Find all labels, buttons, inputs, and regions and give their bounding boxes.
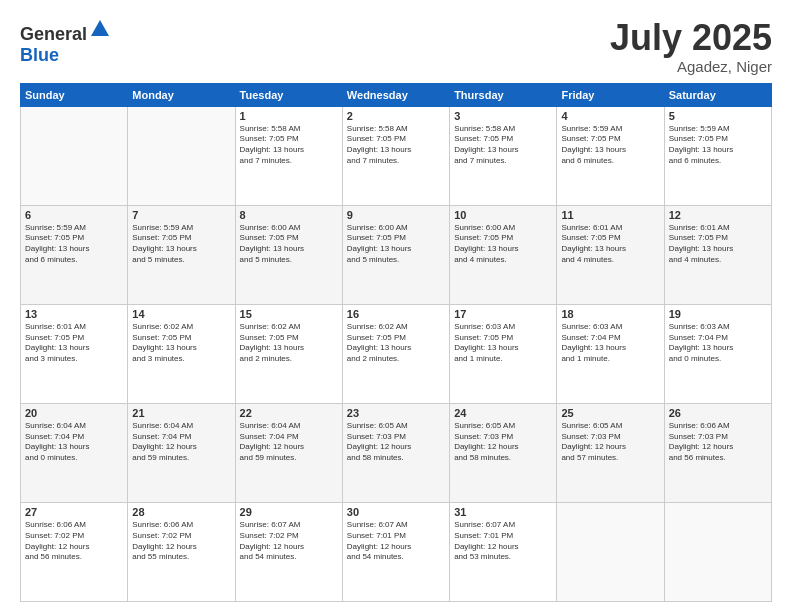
table-row: 2Sunrise: 5:58 AM Sunset: 7:05 PM Daylig… [342, 106, 449, 205]
cell-text: Sunrise: 6:04 AM Sunset: 7:04 PM Dayligh… [132, 421, 230, 464]
table-row: 26Sunrise: 6:06 AM Sunset: 7:03 PM Dayli… [664, 403, 771, 502]
cell-text: Sunrise: 6:01 AM Sunset: 7:05 PM Dayligh… [669, 223, 767, 266]
col-sunday: Sunday [21, 83, 128, 106]
table-row: 4Sunrise: 5:59 AM Sunset: 7:05 PM Daylig… [557, 106, 664, 205]
page: General Blue July 2025 Agadez, Niger Sun… [0, 0, 792, 612]
table-row [557, 502, 664, 601]
table-row: 30Sunrise: 6:07 AM Sunset: 7:01 PM Dayli… [342, 502, 449, 601]
day-number: 24 [454, 407, 552, 419]
cell-text: Sunrise: 6:01 AM Sunset: 7:05 PM Dayligh… [561, 223, 659, 266]
cell-text: Sunrise: 6:00 AM Sunset: 7:05 PM Dayligh… [347, 223, 445, 266]
calendar-week-row: 13Sunrise: 6:01 AM Sunset: 7:05 PM Dayli… [21, 304, 772, 403]
table-row: 20Sunrise: 6:04 AM Sunset: 7:04 PM Dayli… [21, 403, 128, 502]
table-row: 28Sunrise: 6:06 AM Sunset: 7:02 PM Dayli… [128, 502, 235, 601]
day-number: 15 [240, 308, 338, 320]
cell-text: Sunrise: 6:06 AM Sunset: 7:02 PM Dayligh… [132, 520, 230, 563]
table-row: 7Sunrise: 5:59 AM Sunset: 7:05 PM Daylig… [128, 205, 235, 304]
cell-text: Sunrise: 6:03 AM Sunset: 7:04 PM Dayligh… [561, 322, 659, 365]
table-row [664, 502, 771, 601]
cell-text: Sunrise: 5:59 AM Sunset: 7:05 PM Dayligh… [132, 223, 230, 266]
day-number: 2 [347, 110, 445, 122]
calendar-week-row: 6Sunrise: 5:59 AM Sunset: 7:05 PM Daylig… [21, 205, 772, 304]
day-number: 20 [25, 407, 123, 419]
table-row: 18Sunrise: 6:03 AM Sunset: 7:04 PM Dayli… [557, 304, 664, 403]
day-number: 7 [132, 209, 230, 221]
table-row: 29Sunrise: 6:07 AM Sunset: 7:02 PM Dayli… [235, 502, 342, 601]
day-number: 25 [561, 407, 659, 419]
day-number: 5 [669, 110, 767, 122]
day-number: 6 [25, 209, 123, 221]
table-row: 13Sunrise: 6:01 AM Sunset: 7:05 PM Dayli… [21, 304, 128, 403]
table-row: 5Sunrise: 5:59 AM Sunset: 7:05 PM Daylig… [664, 106, 771, 205]
logo-icon [89, 18, 111, 40]
day-number: 3 [454, 110, 552, 122]
day-number: 9 [347, 209, 445, 221]
svg-marker-0 [91, 20, 109, 36]
cell-text: Sunrise: 5:59 AM Sunset: 7:05 PM Dayligh… [669, 124, 767, 167]
cell-text: Sunrise: 6:07 AM Sunset: 7:01 PM Dayligh… [454, 520, 552, 563]
col-friday: Friday [557, 83, 664, 106]
day-number: 12 [669, 209, 767, 221]
cell-text: Sunrise: 6:02 AM Sunset: 7:05 PM Dayligh… [132, 322, 230, 365]
table-row [128, 106, 235, 205]
table-row: 25Sunrise: 6:05 AM Sunset: 7:03 PM Dayli… [557, 403, 664, 502]
col-saturday: Saturday [664, 83, 771, 106]
cell-text: Sunrise: 6:02 AM Sunset: 7:05 PM Dayligh… [347, 322, 445, 365]
table-row: 14Sunrise: 6:02 AM Sunset: 7:05 PM Dayli… [128, 304, 235, 403]
table-row: 21Sunrise: 6:04 AM Sunset: 7:04 PM Dayli… [128, 403, 235, 502]
day-number: 26 [669, 407, 767, 419]
day-number: 11 [561, 209, 659, 221]
day-number: 30 [347, 506, 445, 518]
table-row: 16Sunrise: 6:02 AM Sunset: 7:05 PM Dayli… [342, 304, 449, 403]
cell-text: Sunrise: 6:04 AM Sunset: 7:04 PM Dayligh… [240, 421, 338, 464]
day-number: 28 [132, 506, 230, 518]
title-block: July 2025 Agadez, Niger [610, 18, 772, 75]
day-number: 31 [454, 506, 552, 518]
day-number: 18 [561, 308, 659, 320]
cell-text: Sunrise: 6:06 AM Sunset: 7:02 PM Dayligh… [25, 520, 123, 563]
cell-text: Sunrise: 5:58 AM Sunset: 7:05 PM Dayligh… [240, 124, 338, 167]
calendar-week-row: 27Sunrise: 6:06 AM Sunset: 7:02 PM Dayli… [21, 502, 772, 601]
table-row: 12Sunrise: 6:01 AM Sunset: 7:05 PM Dayli… [664, 205, 771, 304]
table-row: 17Sunrise: 6:03 AM Sunset: 7:05 PM Dayli… [450, 304, 557, 403]
day-number: 21 [132, 407, 230, 419]
day-number: 16 [347, 308, 445, 320]
table-row: 8Sunrise: 6:00 AM Sunset: 7:05 PM Daylig… [235, 205, 342, 304]
calendar-table: Sunday Monday Tuesday Wednesday Thursday… [20, 83, 772, 602]
table-row: 3Sunrise: 5:58 AM Sunset: 7:05 PM Daylig… [450, 106, 557, 205]
day-number: 17 [454, 308, 552, 320]
cell-text: Sunrise: 6:00 AM Sunset: 7:05 PM Dayligh… [240, 223, 338, 266]
cell-text: Sunrise: 6:03 AM Sunset: 7:04 PM Dayligh… [669, 322, 767, 365]
col-wednesday: Wednesday [342, 83, 449, 106]
table-row: 24Sunrise: 6:05 AM Sunset: 7:03 PM Dayli… [450, 403, 557, 502]
calendar-week-row: 1Sunrise: 5:58 AM Sunset: 7:05 PM Daylig… [21, 106, 772, 205]
cell-text: Sunrise: 6:05 AM Sunset: 7:03 PM Dayligh… [347, 421, 445, 464]
table-row [21, 106, 128, 205]
table-row: 27Sunrise: 6:06 AM Sunset: 7:02 PM Dayli… [21, 502, 128, 601]
day-number: 27 [25, 506, 123, 518]
cell-text: Sunrise: 6:00 AM Sunset: 7:05 PM Dayligh… [454, 223, 552, 266]
col-thursday: Thursday [450, 83, 557, 106]
calendar-header-row: Sunday Monday Tuesday Wednesday Thursday… [21, 83, 772, 106]
cell-text: Sunrise: 6:02 AM Sunset: 7:05 PM Dayligh… [240, 322, 338, 365]
logo-blue: Blue [20, 45, 59, 65]
day-number: 29 [240, 506, 338, 518]
cell-text: Sunrise: 6:05 AM Sunset: 7:03 PM Dayligh… [561, 421, 659, 464]
day-number: 23 [347, 407, 445, 419]
day-number: 22 [240, 407, 338, 419]
table-row: 15Sunrise: 6:02 AM Sunset: 7:05 PM Dayli… [235, 304, 342, 403]
cell-text: Sunrise: 5:59 AM Sunset: 7:05 PM Dayligh… [561, 124, 659, 167]
logo: General Blue [20, 18, 111, 66]
month-title: July 2025 [610, 18, 772, 58]
cell-text: Sunrise: 5:58 AM Sunset: 7:05 PM Dayligh… [454, 124, 552, 167]
table-row: 23Sunrise: 6:05 AM Sunset: 7:03 PM Dayli… [342, 403, 449, 502]
table-row: 11Sunrise: 6:01 AM Sunset: 7:05 PM Dayli… [557, 205, 664, 304]
cell-text: Sunrise: 6:03 AM Sunset: 7:05 PM Dayligh… [454, 322, 552, 365]
cell-text: Sunrise: 5:58 AM Sunset: 7:05 PM Dayligh… [347, 124, 445, 167]
day-number: 10 [454, 209, 552, 221]
day-number: 14 [132, 308, 230, 320]
table-row: 10Sunrise: 6:00 AM Sunset: 7:05 PM Dayli… [450, 205, 557, 304]
day-number: 19 [669, 308, 767, 320]
table-row: 31Sunrise: 6:07 AM Sunset: 7:01 PM Dayli… [450, 502, 557, 601]
col-tuesday: Tuesday [235, 83, 342, 106]
